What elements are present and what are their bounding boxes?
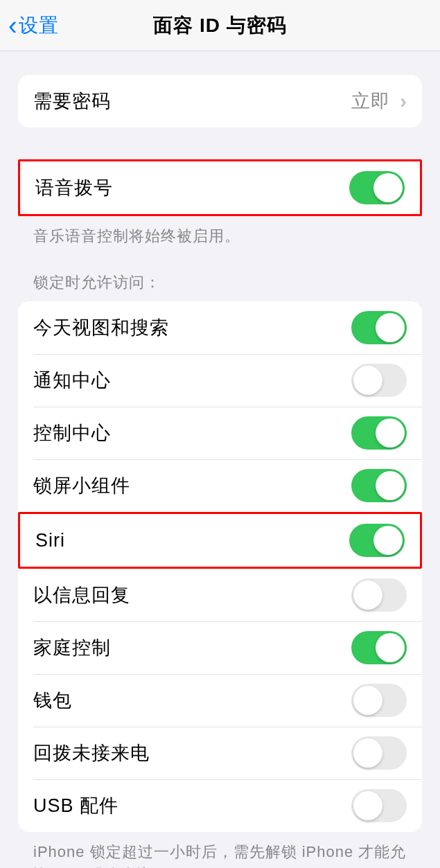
require-passcode-cell[interactable]: 需要密码 立即 ›	[18, 75, 422, 127]
lock-access-label: 家庭控制	[33, 635, 351, 660]
voice-dial-label: 语音拨号	[35, 175, 349, 200]
lock-access-toggle[interactable]	[351, 578, 407, 612]
back-label: 设置	[19, 12, 59, 39]
lock-access-toggle[interactable]	[351, 311, 407, 344]
back-button[interactable]: ‹ 设置	[0, 12, 59, 39]
page-title: 面容 ID 与密码	[0, 12, 440, 39]
lock-access-highlight: Siri	[18, 512, 422, 569]
voice-dial-card: 语音拨号	[20, 161, 420, 214]
lock-access-footer: iPhone 锁定超过一小时后，需先解锁 iPhone 才能允许USB 配件连接…	[18, 832, 422, 868]
lock-access-toggle[interactable]	[351, 736, 407, 770]
lock-access-toggle[interactable]	[349, 524, 405, 557]
lock-access-cell: 以信息回复	[18, 569, 422, 621]
lock-access-toggle[interactable]	[351, 684, 407, 717]
require-passcode-card: 需要密码 立即 ›	[18, 75, 422, 127]
lock-access-cell: 钱包	[18, 674, 422, 727]
lock-access-cell: Siri	[20, 514, 420, 567]
lock-access-toggle[interactable]	[351, 469, 407, 502]
nav-bar: ‹ 设置 面容 ID 与密码	[0, 0, 440, 51]
lock-access-cell: 家庭控制	[18, 621, 422, 674]
lock-access-cell: 控制中心	[18, 407, 422, 459]
lock-access-label: 控制中心	[33, 420, 351, 445]
lock-access-label: 通知中心	[33, 368, 351, 393]
lock-access-label: 锁屏小组件	[33, 473, 351, 498]
lock-access-cell: 回拨未接来电	[18, 727, 422, 779]
voice-dial-toggle[interactable]	[349, 171, 405, 204]
lock-access-label: 钱包	[33, 688, 351, 713]
require-passcode-label: 需要密码	[33, 89, 351, 114]
lock-access-toggle[interactable]	[351, 364, 407, 397]
lock-access-label: USB 配件	[33, 793, 351, 818]
lock-access-card: 今天视图和搜索通知中心控制中心锁屏小组件Siri以信息回复家庭控制钱包回拨未接来…	[18, 301, 422, 832]
voice-dial-cell: 语音拨号	[20, 161, 420, 214]
chevron-left-icon: ‹	[8, 12, 17, 39]
lock-access-cell: 通知中心	[18, 354, 422, 407]
lock-access-cell: 锁屏小组件	[18, 459, 422, 512]
require-passcode-value: 立即	[351, 89, 390, 114]
lock-access-toggle[interactable]	[351, 631, 407, 664]
lock-access-cell: 今天视图和搜索	[18, 301, 422, 354]
chevron-right-icon: ›	[400, 91, 407, 112]
lock-access-label: Siri	[35, 530, 349, 551]
lock-access-label: 今天视图和搜索	[33, 315, 351, 340]
lock-access-toggle[interactable]	[351, 416, 407, 450]
lock-access-label: 以信息回复	[33, 583, 351, 608]
lock-access-header: 锁定时允许访问：	[18, 247, 422, 301]
lock-access-toggle[interactable]	[351, 789, 407, 822]
lock-access-cell: USB 配件	[18, 779, 422, 832]
lock-access-label: 回拨未接来电	[33, 741, 351, 765]
voice-dial-footer: 音乐语音控制将始终被启用。	[18, 216, 422, 247]
voice-dial-highlight: 语音拨号	[18, 159, 422, 216]
